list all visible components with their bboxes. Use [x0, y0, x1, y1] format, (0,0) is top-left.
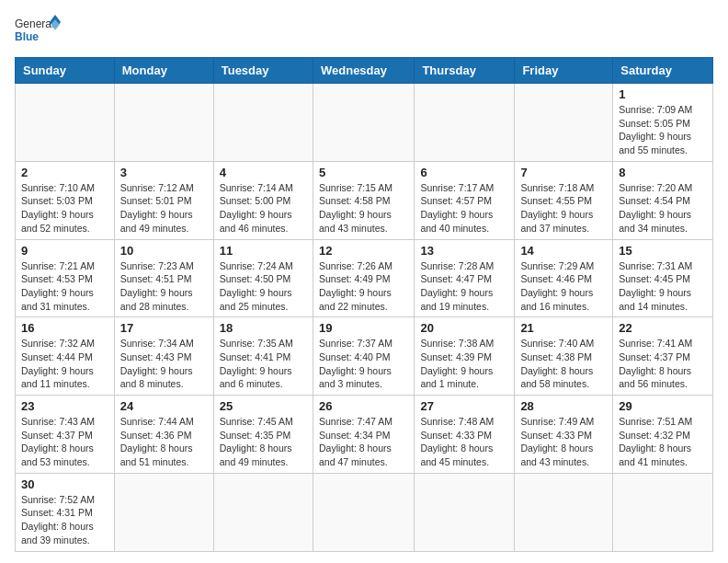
calendar-cell: 29Sunrise: 7:51 AM Sunset: 4:32 PM Dayli…	[613, 396, 713, 474]
calendar-cell	[313, 84, 414, 162]
calendar-cell: 2Sunrise: 7:10 AM Sunset: 5:03 PM Daylig…	[16, 161, 115, 239]
day-info: Sunrise: 7:23 AM Sunset: 4:51 PM Dayligh…	[120, 259, 208, 314]
day-number: 7	[520, 166, 607, 179]
calendar-cell: 22Sunrise: 7:41 AM Sunset: 4:37 PM Dayli…	[613, 317, 713, 396]
calendar-cell: 4Sunrise: 7:14 AM Sunset: 5:00 PM Daylig…	[213, 161, 313, 239]
calendar-week-row: 16Sunrise: 7:32 AM Sunset: 4:44 PM Dayli…	[16, 317, 713, 396]
day-info: Sunrise: 7:35 AM Sunset: 4:41 PM Dayligh…	[220, 337, 307, 391]
day-number: 11	[220, 244, 307, 258]
weekday-header: Thursday	[415, 58, 515, 84]
calendar-cell: 19Sunrise: 7:37 AM Sunset: 4:40 PM Dayli…	[313, 317, 414, 396]
day-info: Sunrise: 7:20 AM Sunset: 4:54 PM Dayligh…	[619, 181, 707, 236]
weekday-header: Sunday	[16, 58, 115, 84]
day-number: 3	[120, 166, 208, 179]
calendar-cell: 6Sunrise: 7:17 AM Sunset: 4:57 PM Daylig…	[415, 161, 515, 239]
weekday-header: Monday	[114, 58, 213, 84]
day-number: 22	[619, 321, 707, 335]
weekday-row: SundayMondayTuesdayWednesdayThursdayFrid…	[16, 58, 713, 84]
day-info: Sunrise: 7:31 AM Sunset: 4:45 PM Dayligh…	[619, 259, 707, 314]
day-number: 25	[220, 399, 307, 413]
calendar-cell: 1Sunrise: 7:09 AM Sunset: 5:05 PM Daylig…	[613, 84, 713, 162]
day-info: Sunrise: 7:24 AM Sunset: 4:50 PM Dayligh…	[220, 259, 307, 314]
logo-svg: General Blue	[15, 15, 61, 48]
calendar-cell: 13Sunrise: 7:28 AM Sunset: 4:47 PM Dayli…	[415, 239, 515, 317]
calendar-cell: 21Sunrise: 7:40 AM Sunset: 4:38 PM Dayli…	[515, 317, 613, 396]
calendar-week-row: 30Sunrise: 7:52 AM Sunset: 4:31 PM Dayli…	[16, 473, 713, 551]
calendar-week-row: 1Sunrise: 7:09 AM Sunset: 5:05 PM Daylig…	[16, 84, 713, 162]
weekday-header: Wednesday	[313, 58, 414, 84]
day-info: Sunrise: 7:51 AM Sunset: 4:32 PM Dayligh…	[619, 415, 707, 469]
weekday-header: Friday	[515, 58, 613, 84]
day-info: Sunrise: 7:52 AM Sunset: 4:31 PM Dayligh…	[21, 493, 108, 547]
day-number: 13	[420, 244, 508, 258]
day-info: Sunrise: 7:32 AM Sunset: 4:44 PM Dayligh…	[21, 337, 108, 391]
calendar-cell: 15Sunrise: 7:31 AM Sunset: 4:45 PM Dayli…	[613, 239, 713, 317]
calendar-cell: 9Sunrise: 7:21 AM Sunset: 4:53 PM Daylig…	[16, 239, 115, 317]
day-info: Sunrise: 7:12 AM Sunset: 5:01 PM Dayligh…	[120, 181, 208, 236]
day-number: 16	[21, 321, 108, 335]
calendar-cell	[313, 473, 414, 551]
calendar-cell: 10Sunrise: 7:23 AM Sunset: 4:51 PM Dayli…	[114, 239, 213, 317]
day-info: Sunrise: 7:43 AM Sunset: 4:37 PM Dayligh…	[21, 415, 108, 469]
day-info: Sunrise: 7:18 AM Sunset: 4:55 PM Dayligh…	[520, 181, 607, 236]
calendar-cell: 11Sunrise: 7:24 AM Sunset: 4:50 PM Dayli…	[213, 239, 313, 317]
day-info: Sunrise: 7:15 AM Sunset: 4:58 PM Dayligh…	[319, 181, 408, 236]
logo: General Blue	[15, 15, 61, 48]
calendar-cell: 25Sunrise: 7:45 AM Sunset: 4:35 PM Dayli…	[213, 396, 313, 474]
calendar-cell	[415, 473, 515, 551]
day-number: 23	[21, 399, 108, 413]
day-number: 1	[619, 87, 707, 101]
calendar-cell: 5Sunrise: 7:15 AM Sunset: 4:58 PM Daylig…	[313, 161, 414, 239]
calendar-cell: 7Sunrise: 7:18 AM Sunset: 4:55 PM Daylig…	[515, 161, 613, 239]
calendar-week-row: 23Sunrise: 7:43 AM Sunset: 4:37 PM Dayli…	[16, 396, 713, 474]
calendar-cell: 16Sunrise: 7:32 AM Sunset: 4:44 PM Dayli…	[16, 317, 115, 396]
day-info: Sunrise: 7:41 AM Sunset: 4:37 PM Dayligh…	[619, 337, 707, 391]
page-container: General Blue SundayMondayTuesdayWednesda…	[15, 15, 713, 552]
day-number: 2	[21, 166, 108, 179]
day-number: 30	[21, 477, 108, 491]
day-number: 9	[21, 244, 108, 258]
calendar-cell: 27Sunrise: 7:48 AM Sunset: 4:33 PM Dayli…	[415, 396, 515, 474]
calendar-cell	[213, 84, 313, 162]
day-info: Sunrise: 7:28 AM Sunset: 4:47 PM Dayligh…	[420, 259, 508, 314]
calendar-cell	[515, 84, 613, 162]
day-info: Sunrise: 7:40 AM Sunset: 4:38 PM Dayligh…	[520, 337, 607, 391]
calendar-cell: 12Sunrise: 7:26 AM Sunset: 4:49 PM Dayli…	[313, 239, 414, 317]
calendar-week-row: 9Sunrise: 7:21 AM Sunset: 4:53 PM Daylig…	[16, 239, 713, 317]
day-info: Sunrise: 7:47 AM Sunset: 4:34 PM Dayligh…	[319, 415, 408, 469]
calendar-body: 1Sunrise: 7:09 AM Sunset: 5:05 PM Daylig…	[16, 84, 713, 552]
day-number: 27	[420, 399, 508, 413]
day-info: Sunrise: 7:17 AM Sunset: 4:57 PM Dayligh…	[420, 181, 508, 236]
day-info: Sunrise: 7:29 AM Sunset: 4:46 PM Dayligh…	[520, 259, 607, 314]
day-number: 10	[120, 244, 208, 258]
day-info: Sunrise: 7:10 AM Sunset: 5:03 PM Dayligh…	[21, 181, 108, 236]
day-info: Sunrise: 7:48 AM Sunset: 4:33 PM Dayligh…	[420, 415, 508, 469]
day-number: 29	[619, 399, 707, 413]
header: General Blue	[15, 15, 713, 48]
calendar-cell: 26Sunrise: 7:47 AM Sunset: 4:34 PM Dayli…	[313, 396, 414, 474]
calendar-cell	[415, 84, 515, 162]
calendar-cell	[114, 473, 213, 551]
day-number: 28	[520, 399, 607, 413]
calendar-header: SundayMondayTuesdayWednesdayThursdayFrid…	[16, 58, 713, 84]
svg-text:General: General	[15, 17, 54, 30]
calendar-cell: 14Sunrise: 7:29 AM Sunset: 4:46 PM Dayli…	[515, 239, 613, 317]
calendar-cell: 24Sunrise: 7:44 AM Sunset: 4:36 PM Dayli…	[114, 396, 213, 474]
svg-text:Blue: Blue	[15, 30, 39, 43]
calendar-week-row: 2Sunrise: 7:10 AM Sunset: 5:03 PM Daylig…	[16, 161, 713, 239]
day-info: Sunrise: 7:37 AM Sunset: 4:40 PM Dayligh…	[319, 337, 408, 391]
day-info: Sunrise: 7:26 AM Sunset: 4:49 PM Dayligh…	[319, 259, 408, 314]
day-number: 15	[619, 244, 707, 258]
calendar-cell: 23Sunrise: 7:43 AM Sunset: 4:37 PM Dayli…	[16, 396, 115, 474]
calendar-cell: 3Sunrise: 7:12 AM Sunset: 5:01 PM Daylig…	[114, 161, 213, 239]
day-number: 4	[220, 166, 307, 179]
day-number: 6	[420, 166, 508, 179]
calendar-cell: 8Sunrise: 7:20 AM Sunset: 4:54 PM Daylig…	[613, 161, 713, 239]
day-number: 17	[120, 321, 208, 335]
day-info: Sunrise: 7:09 AM Sunset: 5:05 PM Dayligh…	[619, 103, 707, 157]
day-info: Sunrise: 7:38 AM Sunset: 4:39 PM Dayligh…	[420, 337, 508, 391]
calendar-cell	[515, 473, 613, 551]
calendar-cell	[16, 84, 115, 162]
calendar-cell	[114, 84, 213, 162]
day-info: Sunrise: 7:44 AM Sunset: 4:36 PM Dayligh…	[120, 415, 208, 469]
